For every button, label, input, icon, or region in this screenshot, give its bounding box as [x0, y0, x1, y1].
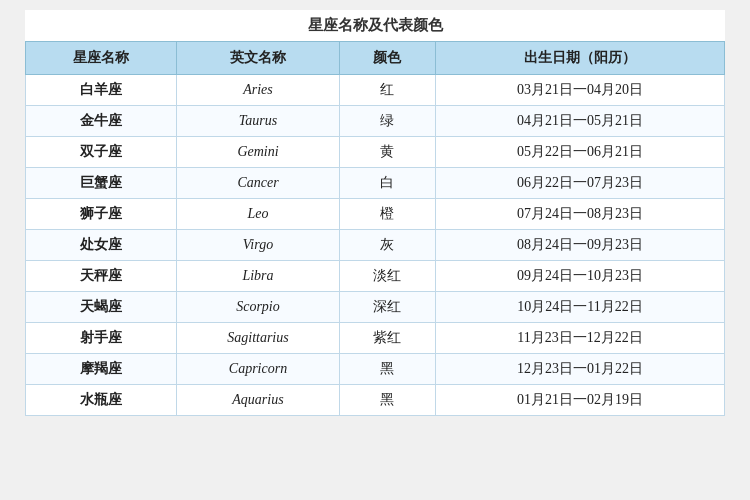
cell-zh: 金牛座	[26, 106, 177, 137]
cell-zh: 摩羯座	[26, 354, 177, 385]
cell-dates: 07月24日一08月23日	[435, 199, 724, 230]
header-dates: 出生日期（阳历）	[435, 42, 724, 75]
cell-dates: 11月23日一12月22日	[435, 323, 724, 354]
table-row: 天秤座Libra淡红09月24日一10月23日	[26, 261, 725, 292]
cell-zh: 水瓶座	[26, 385, 177, 416]
cell-color: 橙	[339, 199, 435, 230]
table-row: 狮子座Leo橙07月24日一08月23日	[26, 199, 725, 230]
table-row: 水瓶座Aquarius黑01月21日一02月19日	[26, 385, 725, 416]
table-row: 射手座Sagittarius紫红11月23日一12月22日	[26, 323, 725, 354]
cell-en: Taurus	[177, 106, 339, 137]
cell-color: 淡红	[339, 261, 435, 292]
cell-en: Libra	[177, 261, 339, 292]
cell-color: 黑	[339, 354, 435, 385]
cell-en: Aries	[177, 75, 339, 106]
cell-zh: 天秤座	[26, 261, 177, 292]
cell-color: 灰	[339, 230, 435, 261]
cell-dates: 12月23日一01月22日	[435, 354, 724, 385]
cell-dates: 01月21日一02月19日	[435, 385, 724, 416]
table-row: 处女座Virgo灰08月24日一09月23日	[26, 230, 725, 261]
header-en: 英文名称	[177, 42, 339, 75]
zodiac-table: 星座名称 英文名称 颜色 出生日期（阳历） 白羊座Aries红03月21日一04…	[25, 41, 725, 416]
cell-en: Cancer	[177, 168, 339, 199]
cell-zh: 处女座	[26, 230, 177, 261]
cell-zh: 狮子座	[26, 199, 177, 230]
cell-color: 黑	[339, 385, 435, 416]
cell-zh: 双子座	[26, 137, 177, 168]
cell-color: 黄	[339, 137, 435, 168]
cell-color: 白	[339, 168, 435, 199]
header-color: 颜色	[339, 42, 435, 75]
table-row: 金牛座Taurus绿04月21日一05月21日	[26, 106, 725, 137]
table-header-row: 星座名称 英文名称 颜色 出生日期（阳历）	[26, 42, 725, 75]
cell-dates: 10月24日一11月22日	[435, 292, 724, 323]
cell-color: 绿	[339, 106, 435, 137]
cell-dates: 04月21日一05月21日	[435, 106, 724, 137]
cell-dates: 03月21日一04月20日	[435, 75, 724, 106]
cell-en: Scorpio	[177, 292, 339, 323]
cell-en: Sagittarius	[177, 323, 339, 354]
cell-zh: 白羊座	[26, 75, 177, 106]
cell-en: Gemini	[177, 137, 339, 168]
table-row: 双子座Gemini黄05月22日一06月21日	[26, 137, 725, 168]
table-row: 天蝎座Scorpio深红10月24日一11月22日	[26, 292, 725, 323]
cell-en: Leo	[177, 199, 339, 230]
cell-color: 深红	[339, 292, 435, 323]
cell-zh: 射手座	[26, 323, 177, 354]
page-title: 星座名称及代表颜色	[25, 10, 725, 41]
table-row: 巨蟹座Cancer白06月22日一07月23日	[26, 168, 725, 199]
cell-dates: 09月24日一10月23日	[435, 261, 724, 292]
table-row: 白羊座Aries红03月21日一04月20日	[26, 75, 725, 106]
cell-en: Capricorn	[177, 354, 339, 385]
cell-en: Aquarius	[177, 385, 339, 416]
cell-color: 红	[339, 75, 435, 106]
cell-color: 紫红	[339, 323, 435, 354]
cell-dates: 05月22日一06月21日	[435, 137, 724, 168]
table-row: 摩羯座Capricorn黑12月23日一01月22日	[26, 354, 725, 385]
cell-dates: 08月24日一09月23日	[435, 230, 724, 261]
cell-zh: 巨蟹座	[26, 168, 177, 199]
main-container: 星座名称及代表颜色 星座名称 英文名称 颜色 出生日期（阳历） 白羊座Aries…	[25, 10, 725, 416]
cell-zh: 天蝎座	[26, 292, 177, 323]
cell-dates: 06月22日一07月23日	[435, 168, 724, 199]
cell-en: Virgo	[177, 230, 339, 261]
header-zh: 星座名称	[26, 42, 177, 75]
